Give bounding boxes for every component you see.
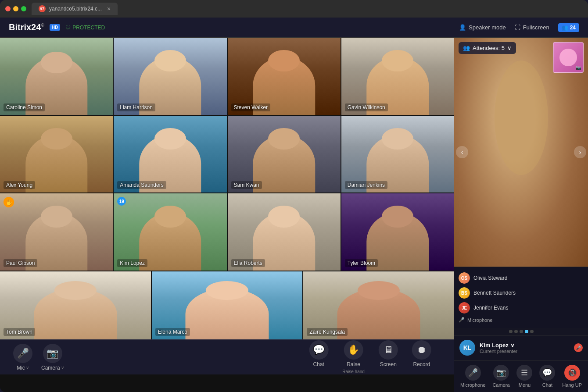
sidebar-camera-button[interactable]: 📷 Camera [492,365,509,388]
carousel-dot-4-active[interactable] [525,330,528,333]
video-tile-caroline[interactable]: Caroline Simon [0,38,113,115]
attendees-chevron: ∨ [507,45,512,51]
participant-name-liam: Liam Harrison [117,103,155,111]
participant-name-alex: Alex Young [4,181,35,189]
video-tile-tyler[interactable]: Tyler Bloom [341,193,454,271]
chat-icon: 💬 [309,340,328,360]
video-tile-sam[interactable]: Sam Kwan [228,116,341,193]
participants-count: 24 [570,25,576,31]
video-grid-top: Caroline Simon Liam Harrison Steven Walk… [0,38,454,271]
protected-badge: 🛡 PROTECTED [65,25,105,31]
camera-arrow: ∨ [61,365,64,370]
presenter-name: Kim Lopez ∨ [480,342,570,349]
raise-hand-button[interactable]: ✋ Raise Raise hand [342,340,365,374]
toolbar-center: 💬 Chat ✋ Raise Raise hand 🖥 Screen ⏺ [309,340,431,374]
video-tile-gavin[interactable]: Gavin Wilkinson [341,38,454,115]
attendees-label: Attendees: 5 [473,45,505,51]
bottom-toolbar: 🎤 Mic ∨ 📷 Camera ∨ [0,339,454,374]
video-grid-bottom: Tom Brown Elena Marco Zaire Kungsala [0,271,454,339]
video-grid-wrapper: Caroline Simon Liam Harrison Steven Walk… [0,38,454,339]
sidebar-menu-label: Menu [519,382,531,388]
sidebar-call-bar: 🎤 Microphone 📷 Camera ☰ Menu 💬 Chat 📵 [454,360,588,392]
attendees-list: OS Olivia Steward BS Bennett Saunders JE… [454,267,588,328]
mic-button[interactable]: 🎤 Mic ∨ [13,344,32,371]
record-button[interactable]: ⏺ Record [412,340,431,374]
maximize-window-dot[interactable] [21,6,26,11]
mic-icon: 🎤 [13,344,32,363]
browser-tab[interactable]: 97 yanandco5.bitrix24.c... × [32,3,118,15]
video-tile-elena[interactable]: Elena Marco [152,271,303,339]
presenter-avatar: KL [459,340,475,356]
video-tile-liam[interactable]: Liam Harrison [114,38,226,115]
attendee-item-jennifer: JE Jennifer Evans [459,300,584,315]
speaker-mode-button[interactable]: 👤 Speaker mode [459,24,506,31]
participant-name-zaire: Zaire Kungsala [307,328,348,336]
participants-count-badge[interactable]: 👥 24 [558,23,579,32]
video-tile-alex[interactable]: Alex Young [0,116,113,193]
presenter-mute-icon: 🎤 [574,343,583,352]
person-head [41,206,72,227]
sidebar-mic-label: Microphone [460,382,485,388]
sidebar-camera-label: Camera [492,382,509,388]
carousel-dot-5[interactable] [530,330,534,333]
video-tile-ella[interactable]: Ella Roberts [228,193,341,271]
screen-share-button[interactable]: 🖥 Screen [379,340,398,374]
video-tile-paul[interactable]: ✋ Paul Gibson [0,193,113,271]
minimize-window-dot[interactable] [13,6,18,11]
video-tile-kim[interactable]: 19 Kim Lopez [114,193,226,271]
presenter-name-text: Kim Lopez [480,342,509,349]
browser-traffic-lights [5,6,26,11]
screen-share-icon: 🖥 [379,340,398,360]
avatar-circle-bennett: BS [459,287,470,299]
presenter-label: Current presenter [480,349,570,354]
sidebar-chat-label: Chat [542,382,552,388]
fullscreen-button[interactable]: ⛶ Fullscreen [515,24,549,31]
toolbar-left: 🎤 Mic ∨ 📷 Camera ∨ [13,344,64,371]
person-head [382,128,413,150]
mic-label-group: Mic ∨ [17,365,29,371]
mini-thumbnail-badge: 📷 [576,65,581,70]
sidebar-menu-button[interactable]: ☰ Menu [516,365,532,388]
tab-close-button[interactable]: × [107,5,111,12]
participant-name-caroline: Caroline Simon [4,103,45,111]
mic-label: Mic [17,365,25,371]
participant-name-tom: Tom Brown [4,328,35,336]
nav-arrow-left[interactable]: ‹ [456,146,468,158]
protected-label: PROTECTED [72,25,105,31]
carousel-dot-1[interactable] [509,330,513,333]
carousel-dot-2[interactable] [514,330,518,333]
sidebar-hangup-button[interactable]: 📵 Hang UP [562,365,582,388]
video-tile-zaire[interactable]: Zaire Kungsala [303,271,454,339]
avatar-circle-jennifer: JE [459,302,470,314]
person-head [41,128,72,150]
video-tile-steven[interactable]: Steven Walker [228,38,341,115]
attendees-panel[interactable]: 👥 Attendees: 5 ∨ [459,42,516,54]
presenter-info: Kim Lopez ∨ Current presenter [480,342,570,354]
camera-button[interactable]: 📷 Camera ∨ [41,344,64,371]
video-tile-damian[interactable]: Damian Jenkins [341,116,454,193]
attendee-name-bennett: Bennett Saunders [473,290,516,296]
carousel-dot-3[interactable] [520,330,523,333]
microphone-icon: 🎤 [459,317,465,323]
person-head [154,128,186,150]
person-head [382,206,413,227]
video-tile-tom[interactable]: Tom Brown [0,271,151,339]
video-tile-amanda[interactable]: Amanda Saunders [114,116,226,193]
sidebar-chat-button[interactable]: 💬 Chat [539,365,555,388]
sidebar-microphone-button[interactable]: 🎤 Microphone [460,365,485,388]
close-window-dot[interactable] [5,6,11,11]
main-content: Caroline Simon Liam Harrison Steven Walk… [0,38,588,392]
speaker-mode-icon: 👤 [459,24,466,31]
nav-arrow-right[interactable]: › [574,146,586,158]
logo-text: Bitrix24 [9,22,41,32]
camera-icon: 📷 [43,344,62,363]
logo-trademark: © [41,23,44,28]
browser-chrome: 97 yanandco5.bitrix24.c... × [0,0,588,18]
raise-hand-icon: ✋ [344,340,363,360]
speaker-view: 📷 👥 Attendees: 5 ∨ ‹ › [454,38,588,267]
right-sidebar: 📷 👥 Attendees: 5 ∨ ‹ › OS Oliv [454,38,588,392]
chat-button[interactable]: 💬 Chat [309,340,328,374]
participant-name-tyler: Tyler Bloom [345,259,378,267]
shield-icon: 🛡 [65,25,71,31]
presenter-chevron: ∨ [510,342,515,349]
